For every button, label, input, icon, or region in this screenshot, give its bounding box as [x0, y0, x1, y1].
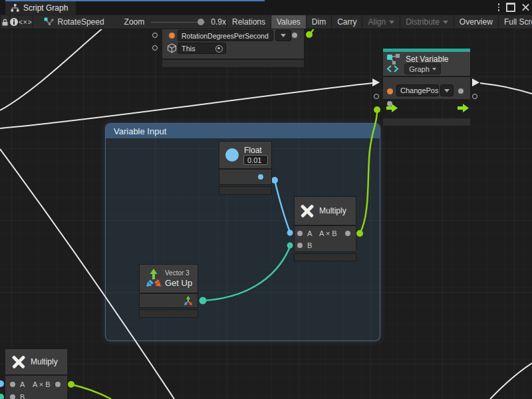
unconnected-port-indicator[interactable]	[374, 94, 379, 99]
scope-value: Graph	[409, 65, 430, 73]
toolbar-button-fullscreen[interactable]: Full Screen	[499, 15, 532, 29]
flow-out-arrow-icon[interactable]	[458, 104, 469, 112]
object-picker-icon[interactable]	[215, 45, 223, 53]
toolbar-button-carry[interactable]: Carry	[332, 15, 362, 29]
tab-title: Script Graph	[23, 3, 68, 13]
more-icon[interactable]	[498, 3, 500, 11]
toolbar-button-overview[interactable]: Overview	[454, 15, 499, 29]
node-header[interactable]: Vector 3 Get Up	[140, 265, 198, 293]
node-ports[interactable]: A A × B B	[295, 226, 356, 251]
variable-port-icon[interactable]	[387, 88, 393, 94]
node-set-variable[interactable]: Set Variable Graph ChangePos	[383, 49, 470, 126]
info-icon	[10, 18, 18, 26]
node-footer	[383, 118, 470, 126]
unconnected-port-indicator[interactable]	[152, 33, 158, 38]
vector3-icon	[144, 268, 164, 289]
variable-select-dropdown[interactable]	[440, 84, 454, 96]
node-float[interactable]: Float 0.01	[219, 142, 271, 194]
lock-icon	[1, 18, 9, 27]
node-type-label: Vector 3	[165, 269, 190, 277]
value-output-port[interactable]	[458, 88, 464, 94]
node-body[interactable]: RotationDegreesPerSecond This	[162, 29, 304, 59]
node-ports[interactable]	[140, 294, 198, 307]
value-output-port[interactable]	[258, 174, 263, 180]
info-button[interactable]	[10, 15, 19, 29]
float-icon	[225, 148, 239, 162]
node-ports[interactable]: A A × B B	[5, 376, 67, 399]
wire-arrowhead	[372, 78, 380, 86]
multiply-icon	[300, 203, 315, 218]
port-label-a: A	[307, 229, 312, 237]
node-footer	[140, 310, 198, 317]
output-port[interactable]	[55, 382, 61, 387]
wire-arrowhead	[472, 78, 479, 86]
title-bar: Script Graph	[0, 0, 532, 15]
graph-node-icon	[44, 17, 54, 27]
close-icon[interactable]	[522, 4, 529, 11]
maximize-icon[interactable]	[506, 3, 515, 12]
input-port-b[interactable]	[297, 243, 303, 248]
zoom-slider-handle[interactable]	[198, 19, 204, 25]
node-header[interactable]: Set Variable Graph	[383, 49, 470, 76]
variable-kind-strip	[383, 49, 470, 52]
lock-button[interactable]	[0, 15, 10, 29]
node-ports[interactable]: ChangePos	[383, 77, 470, 99]
set-variable-icon	[386, 53, 404, 73]
value-output-port[interactable]	[292, 33, 297, 38]
port-label-result: A × B	[33, 380, 51, 388]
port-label-result: A × B	[319, 229, 337, 237]
vector3-output-port[interactable]	[183, 296, 193, 306]
code-view-button[interactable]: <×>	[19, 15, 33, 29]
node-title: Float	[244, 146, 262, 155]
toolbar-button-align[interactable]: Align	[362, 15, 400, 29]
variable-name-field[interactable]: RotationDegreesPerSecond	[178, 30, 273, 41]
node-header[interactable]: Float 0.01	[219, 142, 271, 168]
node-multiply[interactable]: Multiply A A × B B	[295, 197, 356, 261]
toolbar-button-dim[interactable]: Dim	[307, 15, 332, 29]
unconnected-port-indicator[interactable]	[152, 45, 158, 51]
node-title: Multiply	[31, 357, 58, 366]
port-label-b: B	[20, 393, 25, 399]
code-icon: <×>	[19, 19, 33, 26]
graph-hierarchy-icon	[11, 4, 19, 12]
node-title: Get Up	[165, 278, 192, 288]
port-label-b: B	[307, 241, 312, 249]
input-port-a[interactable]	[297, 231, 303, 236]
scope-dropdown[interactable]: Graph	[405, 64, 440, 74]
node-title: Set Variable	[406, 55, 448, 64]
value-input-port[interactable]	[387, 101, 392, 106]
target-field[interactable]: This	[178, 43, 226, 54]
float-value-input[interactable]: 0.01	[243, 155, 268, 165]
input-port-a[interactable]	[10, 382, 15, 387]
node-ports[interactable]	[219, 170, 271, 184]
group-title: Variable Input	[114, 126, 166, 136]
zoom-slider[interactable]	[151, 22, 205, 23]
graph-name: RotateSpeed	[58, 17, 104, 27]
variable-select-field[interactable]: ChangePos	[396, 84, 439, 96]
chevron-down-icon	[389, 21, 394, 24]
node-multiply-2[interactable]: Multiply A A × B B	[5, 349, 67, 399]
node-footer	[162, 60, 304, 67]
tab-script-graph[interactable]: Script Graph	[5, 1, 76, 15]
script-graph-window: Variable Input Rotation	[0, 0, 532, 399]
toolbar-button-values[interactable]: Values	[271, 15, 307, 29]
cube-icon	[167, 43, 177, 53]
variable-name-dropdown[interactable]	[275, 30, 291, 41]
float-value: 0.01	[247, 156, 261, 164]
multiply-icon	[11, 354, 26, 369]
node-get-variable[interactable]: RotationDegreesPerSecond This	[162, 29, 304, 67]
variable-port-icon[interactable]	[169, 33, 175, 39]
unconnected-port-indicator[interactable]	[472, 94, 477, 99]
node-header[interactable]: Multiply	[5, 349, 67, 374]
toolbar-button-relations[interactable]: Relations	[226, 15, 271, 29]
input-port-b[interactable]	[10, 394, 15, 399]
zoom-value: 0.9x	[211, 17, 226, 27]
node-footer	[219, 187, 271, 194]
target-value: This	[182, 45, 196, 53]
node-vector3-get-up[interactable]: Vector 3 Get Up	[140, 265, 198, 318]
output-port[interactable]	[345, 231, 350, 236]
toolbar-button-distribute[interactable]: Distribute	[400, 15, 454, 29]
node-header[interactable]: Multiply	[295, 197, 356, 225]
graph-toolbar: <×> RotateSpeed Zoom 0.9x Relations Valu…	[0, 15, 532, 29]
group-header[interactable]: Variable Input	[106, 124, 380, 138]
